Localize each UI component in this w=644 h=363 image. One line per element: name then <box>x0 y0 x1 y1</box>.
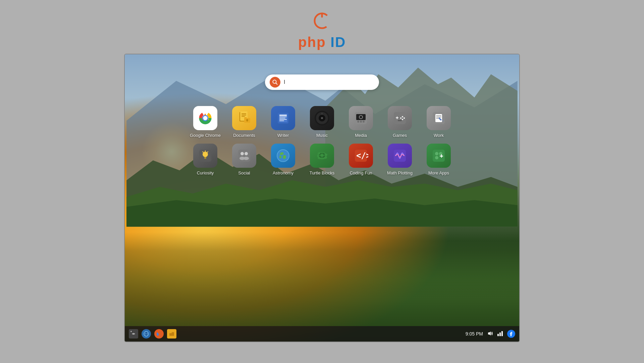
coding-fun-label: Coding Fun <box>350 170 372 176</box>
svg-rect-42 <box>357 121 365 121</box>
documents-icon <box>232 106 256 130</box>
logo-area: php ID <box>298 10 346 50</box>
taskbar-volume-icon[interactable] <box>487 330 493 338</box>
svg-rect-23 <box>247 120 248 121</box>
svg-rect-101 <box>497 334 499 336</box>
svg-point-41 <box>363 120 365 122</box>
svg-rect-60 <box>204 157 206 158</box>
search-bar[interactable] <box>265 74 379 90</box>
svg-point-49 <box>402 119 403 120</box>
app-row-2: Curiosity Social <box>189 144 455 176</box>
app-media[interactable]: Media <box>344 106 378 138</box>
svg-rect-17 <box>241 113 246 114</box>
svg-text:</>: </> <box>356 151 368 160</box>
content-area: Google Chrome <box>125 54 519 342</box>
svg-line-64 <box>203 152 203 152</box>
svg-rect-45 <box>397 116 397 119</box>
svg-rect-50 <box>398 120 402 121</box>
social-label: Social <box>238 170 250 176</box>
svg-rect-99 <box>169 332 172 333</box>
svg-rect-93 <box>441 154 442 158</box>
math-plotting-label: Math Plotting <box>387 170 413 176</box>
documents-label: Documents <box>233 133 255 138</box>
app-documents[interactable]: Documents <box>227 106 261 138</box>
app-astronomy[interactable]: Astronomy <box>266 144 300 176</box>
games-label: Games <box>393 133 407 138</box>
svg-point-84 <box>317 155 319 157</box>
turtle-blocks-icon <box>310 144 334 168</box>
app-writer[interactable]: Writer <box>266 106 300 138</box>
app-games[interactable]: Games <box>383 106 417 138</box>
astronomy-icon <box>271 144 295 168</box>
svg-rect-37 <box>356 114 366 120</box>
app-social[interactable]: Social <box>227 144 261 176</box>
games-icon <box>388 106 412 130</box>
svg-rect-65 <box>238 150 250 162</box>
more-apps-label: More Apps <box>428 170 449 176</box>
google-chrome-icon <box>193 106 217 130</box>
svg-point-40 <box>360 120 362 122</box>
logo-text: php ID <box>298 34 346 50</box>
svg-rect-28 <box>279 118 285 118</box>
app-work[interactable]: Work <box>422 106 455 138</box>
svg-point-69 <box>244 157 249 160</box>
svg-rect-26 <box>279 115 287 116</box>
work-label: Work <box>434 133 444 138</box>
taskbar-facebook-icon[interactable] <box>507 330 515 338</box>
svg-point-46 <box>402 116 403 117</box>
taskbar-left <box>129 329 466 339</box>
svg-marker-100 <box>488 331 491 335</box>
svg-rect-18 <box>241 115 246 115</box>
svg-point-34 <box>321 117 323 119</box>
svg-rect-61 <box>204 158 206 159</box>
app-row-1: Google Chrome <box>189 106 455 138</box>
svg-rect-53 <box>436 115 441 116</box>
taskbar-firefox-icon[interactable] <box>154 329 164 339</box>
app-math-plotting[interactable]: Math Plotting <box>383 144 417 176</box>
app-google-chrome[interactable]: Google Chrome <box>189 106 222 138</box>
app-music[interactable]: Music <box>305 106 339 138</box>
logo-php: php <box>298 34 326 50</box>
svg-rect-102 <box>499 332 501 336</box>
app-grid: Google Chrome <box>189 106 455 175</box>
svg-rect-27 <box>279 116 287 117</box>
more-apps-icon <box>427 144 451 168</box>
svg-rect-35 <box>322 113 322 115</box>
coding-fun-icon: </> <box>349 144 373 168</box>
svg-rect-54 <box>436 117 441 117</box>
svg-rect-29 <box>279 119 287 120</box>
taskbar-globe-icon[interactable] <box>142 329 151 339</box>
media-label: Media <box>355 133 367 138</box>
writer-icon <box>271 106 295 130</box>
music-icon <box>310 106 334 130</box>
svg-point-47 <box>404 117 405 119</box>
svg-point-66 <box>240 152 244 155</box>
turtle-blocks-label: Turtle Blocks <box>310 170 335 176</box>
taskbar-files-icon[interactable] <box>167 329 176 339</box>
search-input[interactable] <box>284 79 374 85</box>
svg-point-91 <box>435 156 438 159</box>
svg-rect-21 <box>244 117 247 119</box>
astronomy-label: Astronomy <box>273 170 293 176</box>
taskbar-right: 9:05 PM <box>466 330 515 338</box>
media-icon <box>349 106 373 130</box>
logo-id: ID <box>330 34 346 50</box>
app-turtle-blocks[interactable]: Turtle Blocks <box>305 144 339 176</box>
svg-point-89 <box>435 152 438 155</box>
app-coding-fun[interactable]: </> Coding Fun <box>344 144 378 176</box>
app-curiosity[interactable]: Curiosity <box>189 144 222 176</box>
svg-point-14 <box>203 116 208 120</box>
math-plotting-icon <box>388 144 412 168</box>
social-icon <box>232 144 256 168</box>
taskbar-activities-icon[interactable] <box>129 329 138 339</box>
svg-rect-88 <box>433 150 445 162</box>
taskbar-time: 9:05 PM <box>466 331 483 336</box>
svg-line-63 <box>207 152 208 152</box>
svg-line-8 <box>276 83 277 85</box>
main-screen: Google Chrome <box>124 54 520 342</box>
taskbar-network-icon[interactable] <box>497 330 503 338</box>
work-icon <box>427 106 451 130</box>
app-more-apps[interactable]: More Apps <box>422 144 455 176</box>
php-id-logo-icon <box>310 10 334 34</box>
music-label: Music <box>316 133 328 138</box>
